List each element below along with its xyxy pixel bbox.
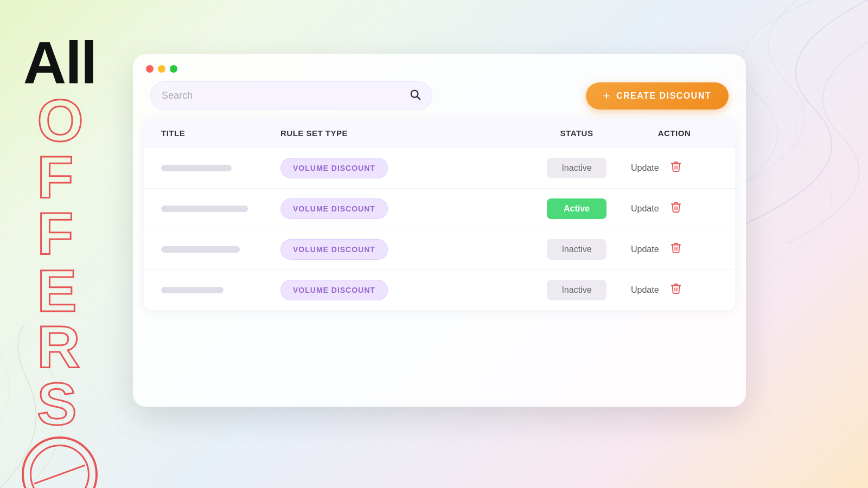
- row-3-rule-set: VOLUME DISCOUNT: [280, 239, 522, 260]
- plus-icon: +: [603, 90, 611, 102]
- update-button[interactable]: Update: [631, 204, 659, 214]
- update-button[interactable]: Update: [631, 163, 659, 173]
- row-4-action: Update: [631, 282, 718, 298]
- discounts-table: TITLE RULE SET TYPE STATUS ACTION VOLUME…: [144, 119, 735, 310]
- status-badge: Inactive: [547, 280, 607, 300]
- col-header-action: ACTION: [631, 129, 718, 138]
- table-row: VOLUME DISCOUNT Inactive Update: [144, 229, 735, 269]
- col-header-status: STATUS: [522, 129, 631, 138]
- table-row: VOLUME DISCOUNT Inactive Update: [144, 269, 735, 310]
- update-button[interactable]: Update: [631, 245, 659, 254]
- row-4-rule-set: VOLUME DISCOUNT: [280, 280, 522, 300]
- status-badge: Inactive: [547, 158, 607, 178]
- top-bar: + CREATE DISCOUNT: [133, 73, 746, 119]
- minimize-button[interactable]: [158, 65, 165, 73]
- search-input[interactable]: [162, 90, 405, 101]
- row-4-status: Inactive: [522, 280, 631, 300]
- col-header-rule-set: RULE SET TYPE: [280, 129, 522, 138]
- row-2-status: Active: [522, 198, 631, 219]
- close-button[interactable]: [146, 65, 154, 73]
- row-3-action: Update: [631, 242, 718, 257]
- delete-icon[interactable]: [670, 282, 682, 298]
- maximize-button[interactable]: [170, 65, 177, 73]
- delete-icon[interactable]: [670, 160, 682, 176]
- row-2-title: [161, 206, 280, 212]
- row-1-title: [161, 165, 280, 171]
- main-window: + CREATE DISCOUNT TITLE RULE SET TYPE ST…: [133, 54, 746, 407]
- table-row: VOLUME DISCOUNT Active Update: [144, 188, 735, 229]
- update-button[interactable]: Update: [631, 285, 659, 295]
- row-3-title: [161, 246, 280, 253]
- side-circle-decoration: [22, 436, 98, 488]
- row-1-action: Update: [631, 160, 718, 176]
- row-1-rule-set: VOLUME DISCOUNT: [280, 158, 522, 178]
- table-row: VOLUME DISCOUNT Inactive Update: [144, 147, 735, 188]
- search-box[interactable]: [150, 81, 432, 110]
- delete-icon[interactable]: [670, 201, 682, 216]
- table-header: TITLE RULE SET TYPE STATUS ACTION: [144, 119, 735, 147]
- svg-line-1: [417, 97, 420, 99]
- traffic-lights: [133, 54, 746, 73]
- row-1-status: Inactive: [522, 158, 631, 178]
- side-brand-text: All O F F E R S: [22, 33, 98, 488]
- row-3-status: Inactive: [522, 239, 631, 260]
- row-4-title: [161, 287, 280, 293]
- side-all-text: All: [23, 33, 97, 92]
- status-badge: Active: [547, 198, 607, 219]
- status-badge: Inactive: [547, 239, 607, 260]
- row-2-action: Update: [631, 201, 718, 216]
- col-header-title: TITLE: [161, 129, 280, 138]
- create-discount-label: CREATE DISCOUNT: [616, 91, 711, 101]
- search-icon: [409, 88, 421, 103]
- delete-icon[interactable]: [670, 242, 682, 257]
- create-discount-button[interactable]: + CREATE DISCOUNT: [586, 82, 729, 110]
- side-offers-text: O F F E R S: [37, 92, 82, 432]
- row-2-rule-set: VOLUME DISCOUNT: [280, 198, 522, 219]
